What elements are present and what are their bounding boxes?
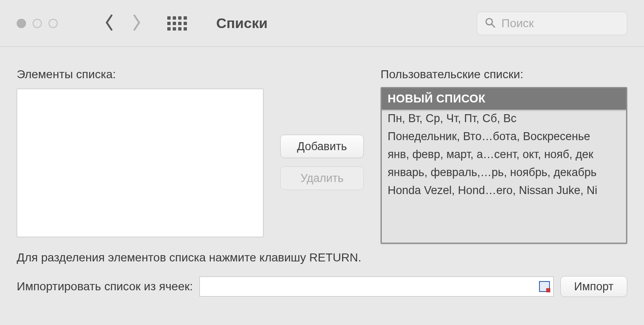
search-input[interactable] (501, 17, 619, 30)
list-item[interactable]: НОВЫЙ СПИСОК (382, 88, 626, 110)
forward-button[interactable] (131, 14, 142, 33)
window-close-button[interactable] (17, 19, 26, 28)
svg-line-1 (491, 24, 495, 27)
delete-button: Удалить (280, 166, 364, 190)
window-title: Списки (216, 15, 268, 31)
custom-lists-box[interactable]: НОВЫЙ СПИСОКПн, Вт, Ср, Чт, Пт, Сб, ВсПо… (381, 87, 627, 244)
content-area: Элементы списка: Пользовательские списки… (0, 47, 644, 310)
import-button[interactable]: Импорт (560, 276, 627, 297)
search-field[interactable] (477, 12, 627, 35)
import-label: Импортировать список из ячеек: (17, 280, 193, 293)
import-range-input[interactable] (199, 276, 554, 297)
list-item[interactable]: Понедельник, Вто…бота, Воскресенье (382, 128, 626, 146)
window-maximize-button[interactable] (49, 19, 58, 28)
back-button[interactable] (104, 14, 115, 33)
search-icon (485, 17, 496, 30)
import-row: Импортировать список из ячеек: Импорт (17, 276, 627, 297)
window-minimize-button[interactable] (33, 19, 42, 28)
action-buttons: Добавить Удалить (280, 135, 368, 190)
hint-text: Для разделения элементов списка нажмите … (17, 251, 627, 264)
toolbar: Списки (0, 0, 644, 47)
nav-group: Списки (104, 14, 268, 33)
list-elements-textarea[interactable] (17, 89, 263, 237)
window-controls (17, 19, 58, 28)
list-item[interactable]: январь, февраль,…рь, ноябрь, декабрь (382, 164, 626, 182)
custom-lists-label: Пользовательские списки: (381, 68, 627, 81)
cell-picker-icon[interactable] (539, 281, 550, 292)
show-all-icon[interactable] (167, 16, 187, 31)
elements-label: Элементы списка: (17, 68, 268, 81)
add-button[interactable]: Добавить (280, 135, 364, 158)
list-item[interactable]: Honda Vezel, Hond…ero, Nissan Juke, Ni (382, 182, 626, 200)
list-item[interactable]: янв, февр, март, а…сент, окт, нояб, дек (382, 146, 626, 164)
list-item[interactable]: Пн, Вт, Ср, Чт, Пт, Сб, Вс (382, 110, 626, 128)
